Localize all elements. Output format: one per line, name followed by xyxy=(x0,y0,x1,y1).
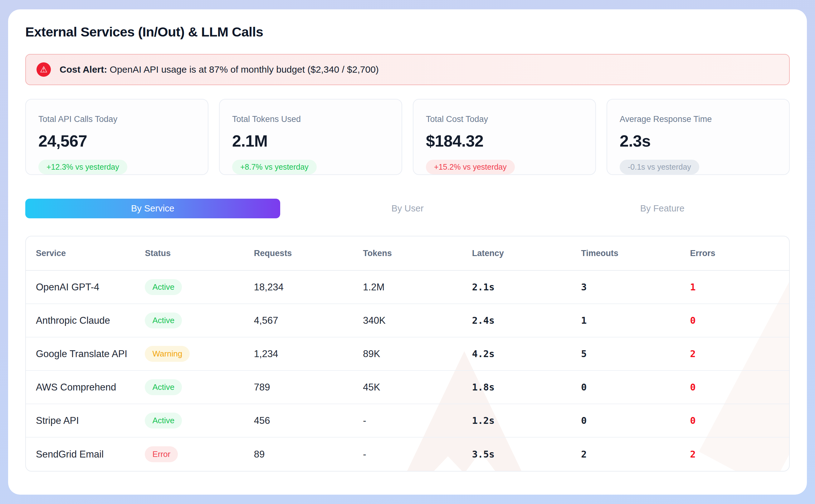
tokens-cell: 45K xyxy=(353,382,462,393)
latency-cell: 3.5s xyxy=(462,449,571,460)
tab-by-user[interactable]: By User xyxy=(280,199,535,218)
status-cell: Active xyxy=(135,279,244,295)
tokens-cell: 340K xyxy=(353,315,462,326)
status-badge: Active xyxy=(145,279,182,295)
column-header: Tokens xyxy=(353,249,462,258)
stat-label: Average Response Time xyxy=(620,114,777,124)
tokens-cell: - xyxy=(353,449,462,460)
column-header: Requests xyxy=(244,249,353,258)
dashboard-panel: External Services (In/Out) & LLM Calls ⚠… xyxy=(8,9,807,495)
tokens-cell: 1.2M xyxy=(353,282,462,293)
stat-card: Total Tokens Used 2.1M +8.7% vs yesterda… xyxy=(219,99,402,175)
service-name: Stripe API xyxy=(26,415,135,426)
errors-cell: 0 xyxy=(680,415,789,426)
column-header: Latency xyxy=(462,249,571,258)
stat-delta-badge: -0.1s vs yesterday xyxy=(620,160,699,174)
errors-cell: 2 xyxy=(680,449,789,460)
stat-value: $184.32 xyxy=(426,132,583,150)
table-row: OpenAI GPT-4 Active 18,234 1.2M 2.1s 3 1 xyxy=(26,271,789,304)
status-cell: Active xyxy=(135,413,244,429)
status-badge: Warning xyxy=(145,346,190,362)
table-row: AWS Comprehend Active 789 45K 1.8s 0 0 xyxy=(26,371,789,404)
status-badge: Active xyxy=(145,379,182,395)
stat-delta-badge: +12.3% vs yesterday xyxy=(38,160,127,174)
errors-cell: 0 xyxy=(680,315,789,326)
table-header-row: ServiceStatusRequestsTokensLatencyTimeou… xyxy=(26,236,789,271)
tab-by-service[interactable]: By Service xyxy=(25,199,280,218)
page-title: External Services (In/Out) & LLM Calls xyxy=(25,24,790,40)
service-name: Anthropic Claude xyxy=(26,315,135,326)
stats-grid: Total API Calls Today 24,567 +12.3% vs y… xyxy=(25,99,790,175)
requests-cell: 89 xyxy=(244,449,353,460)
column-header: Timeouts xyxy=(571,249,680,258)
cost-alert-message: OpenAI API usage is at 87% of monthly bu… xyxy=(110,64,379,75)
stat-delta-badge: +8.7% vs yesterday xyxy=(232,160,317,174)
service-name: Google Translate API xyxy=(26,348,135,360)
warning-triangle-icon: ⚠ xyxy=(36,62,51,77)
stat-delta-badge: +15.2% vs yesterday xyxy=(426,160,515,174)
table-body: OpenAI GPT-4 Active 18,234 1.2M 2.1s 3 1… xyxy=(26,271,789,471)
stat-label: Total Tokens Used xyxy=(232,114,389,124)
timeouts-cell: 3 xyxy=(571,282,680,293)
table-row: Anthropic Claude Active 4,567 340K 2.4s … xyxy=(26,304,789,337)
stat-value: 24,567 xyxy=(38,132,195,150)
column-header: Errors xyxy=(680,249,789,258)
status-badge: Active xyxy=(145,413,182,429)
stat-card: Total Cost Today $184.32 +15.2% vs yeste… xyxy=(413,99,596,175)
stat-value: 2.1M xyxy=(232,132,389,150)
column-header: Service xyxy=(26,249,135,258)
status-badge: Error xyxy=(145,446,178,462)
stat-card: Average Response Time 2.3s -0.1s vs yest… xyxy=(607,99,790,175)
table-row: SendGrid Email Error 89 - 3.5s 2 2 xyxy=(26,438,789,471)
status-badge: Active xyxy=(145,313,182,328)
latency-cell: 4.2s xyxy=(462,348,571,359)
service-name: AWS Comprehend xyxy=(26,382,135,393)
service-name: OpenAI GPT-4 xyxy=(26,282,135,293)
cost-alert-banner: ⚠ Cost Alert: OpenAI API usage is at 87%… xyxy=(25,54,790,85)
tokens-cell: 89K xyxy=(353,348,462,360)
status-cell: Warning xyxy=(135,346,244,362)
service-name: SendGrid Email xyxy=(26,449,135,460)
timeouts-cell: 1 xyxy=(571,315,680,326)
latency-cell: 1.8s xyxy=(462,382,571,393)
timeouts-cell: 0 xyxy=(571,382,680,393)
status-cell: Error xyxy=(135,446,244,462)
errors-cell: 0 xyxy=(680,382,789,393)
timeouts-cell: 2 xyxy=(571,449,680,460)
services-table: ServiceStatusRequestsTokensLatencyTimeou… xyxy=(25,236,790,472)
errors-cell: 1 xyxy=(680,282,789,293)
requests-cell: 1,234 xyxy=(244,348,353,360)
latency-cell: 2.4s xyxy=(462,315,571,326)
timeouts-cell: 5 xyxy=(571,348,680,359)
status-cell: Active xyxy=(135,313,244,328)
requests-cell: 18,234 xyxy=(244,282,353,293)
column-header: Status xyxy=(135,249,244,258)
latency-cell: 2.1s xyxy=(462,282,571,293)
errors-cell: 2 xyxy=(680,348,789,359)
tab-by-feature[interactable]: By Feature xyxy=(535,199,790,218)
stat-label: Total API Calls Today xyxy=(38,114,195,124)
table-row: Stripe API Active 456 - 1.2s 0 0 xyxy=(26,404,789,438)
tab-bar: By ServiceBy UserBy Feature xyxy=(25,199,790,218)
status-cell: Active xyxy=(135,379,244,395)
stat-value: 2.3s xyxy=(620,132,777,150)
table-row: Google Translate API Warning 1,234 89K 4… xyxy=(26,337,789,371)
requests-cell: 789 xyxy=(244,382,353,393)
requests-cell: 456 xyxy=(244,415,353,426)
stat-card: Total API Calls Today 24,567 +12.3% vs y… xyxy=(25,99,208,175)
requests-cell: 4,567 xyxy=(244,315,353,326)
cost-alert-label: Cost Alert: xyxy=(60,64,107,75)
stat-label: Total Cost Today xyxy=(426,114,583,124)
latency-cell: 1.2s xyxy=(462,415,571,426)
tokens-cell: - xyxy=(353,415,462,426)
timeouts-cell: 0 xyxy=(571,415,680,426)
cost-alert-text: Cost Alert: OpenAI API usage is at 87% o… xyxy=(60,64,379,75)
